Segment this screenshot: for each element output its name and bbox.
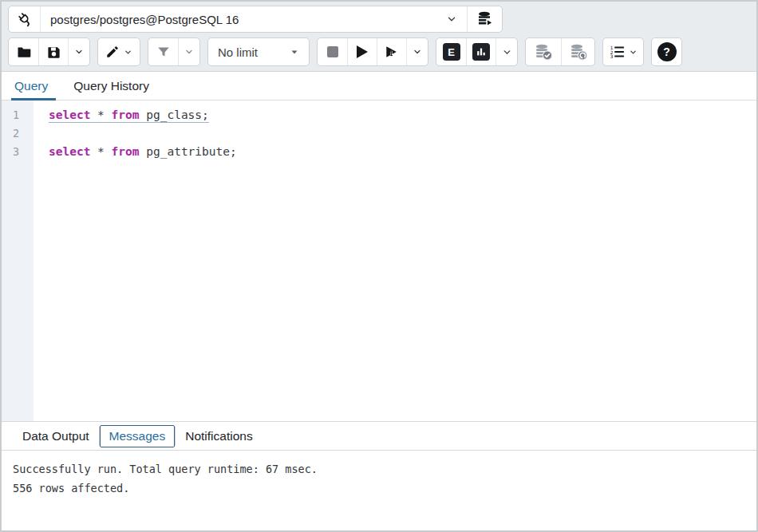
limit-group: No limit [207, 37, 310, 66]
explain-analyze-icon [472, 43, 490, 61]
chevron-down-icon [629, 48, 638, 57]
code-line[interactable]: select * from pg_class; [34, 106, 209, 124]
line-number[interactable]: 2 [2, 124, 34, 143]
tab-query-label: Query [14, 79, 48, 93]
connection-group: postgres/postgres@PostgreSQL 16 [8, 6, 503, 33]
macros-group: 1 2 3 [602, 37, 644, 66]
commit-icon [534, 43, 553, 61]
tab-data-output[interactable]: Data Output [13, 425, 99, 447]
stop-icon [327, 46, 338, 57]
line-number[interactable]: 1 [2, 106, 34, 124]
tab-messages-label: Messages [109, 429, 166, 443]
message-line: Successfully run. Total query runtime: 6… [13, 459, 745, 479]
execute-from-cursor-icon [384, 44, 400, 60]
toolbar: No limit [8, 37, 750, 66]
query-tabbar: Query Query History [2, 72, 756, 100]
transaction-group [525, 37, 595, 66]
macros-list-icon: 1 2 3 [610, 44, 626, 60]
chevron-down-icon [74, 47, 84, 57]
messages-panel: Successfully run. Total query runtime: 6… [2, 451, 756, 530]
chevron-down-icon [124, 48, 132, 57]
chevron-down-icon [413, 47, 422, 57]
commit-button[interactable] [526, 38, 561, 65]
explain-group: E [436, 37, 518, 66]
header: postgres/postgres@PostgreSQL 16 [2, 2, 756, 72]
connection-status-button[interactable] [9, 6, 41, 32]
new-connection-button[interactable] [467, 6, 502, 32]
message-line: 556 rows affected. [13, 479, 745, 498]
code-line[interactable] [34, 124, 49, 143]
row-limit-value: No limit [218, 45, 258, 59]
tab-query[interactable]: Query [13, 72, 49, 100]
open-file-icon [16, 44, 32, 60]
save-icon [46, 45, 61, 60]
row-limit-select[interactable]: No limit [208, 38, 309, 65]
explain-icon: E [443, 43, 460, 61]
file-group [8, 37, 90, 66]
open-file-button[interactable] [9, 38, 38, 65]
svg-text:3: 3 [610, 54, 613, 59]
tab-data-output-label: Data Output [22, 429, 89, 443]
rollback-icon [569, 43, 588, 61]
chevron-down-icon [184, 47, 194, 57]
tab-messages[interactable]: Messages [100, 425, 176, 447]
filter-group [148, 37, 200, 66]
edit-menu-button[interactable] [98, 38, 140, 65]
tab-notifications[interactable]: Notifications [176, 425, 262, 447]
editor-line[interactable]: 3select * from pg_attribute; [2, 143, 756, 161]
explain-analyze-button[interactable] [466, 38, 495, 65]
connection-bar: postgres/postgres@PostgreSQL 16 [8, 6, 750, 33]
filter-icon [156, 45, 171, 59]
rollback-button[interactable] [561, 38, 594, 65]
plug-icon [16, 10, 34, 28]
execute-icon [357, 45, 368, 58]
edit-group [97, 37, 140, 66]
tab-notifications-label: Notifications [185, 429, 252, 443]
caret-down-icon [290, 47, 299, 57]
editor-line[interactable]: 1select * from pg_class; [2, 106, 756, 124]
help-group: ? [651, 37, 682, 66]
code-line[interactable]: select * from pg_attribute; [34, 143, 237, 161]
line-number[interactable]: 3 [2, 143, 34, 161]
connection-select[interactable]: postgres/postgres@PostgreSQL 16 [41, 6, 467, 32]
output-tabbar: Data Output Messages Notifications [2, 421, 756, 451]
execute-button[interactable] [347, 38, 377, 65]
save-options-dropdown[interactable] [68, 38, 89, 65]
save-button[interactable] [38, 38, 68, 65]
stop-button[interactable] [318, 38, 347, 65]
connection-select-value: postgres/postgres@PostgreSQL 16 [50, 13, 239, 26]
sql-editor[interactable]: 1select * from pg_class;23select * from … [2, 100, 756, 421]
chevron-down-icon [502, 47, 512, 57]
edit-pencil-icon [105, 45, 120, 59]
query-tool-window: postgres/postgres@PostgreSQL 16 [0, 0, 758, 532]
execute-group [317, 37, 428, 66]
database-new-icon [476, 10, 494, 28]
tab-query-history-label: Query History [73, 79, 149, 93]
execute-options-dropdown[interactable] [406, 38, 428, 65]
help-icon: ? [657, 42, 677, 61]
filter-options-dropdown[interactable] [178, 38, 199, 65]
help-button[interactable]: ? [652, 38, 681, 65]
editor-lines: 1select * from pg_class;23select * from … [2, 106, 756, 161]
chevron-down-icon [446, 14, 457, 25]
explain-button[interactable]: E [436, 38, 466, 65]
execute-from-cursor-button[interactable] [377, 38, 406, 65]
explain-options-dropdown[interactable] [495, 38, 517, 65]
macros-button[interactable]: 1 2 3 [603, 38, 643, 65]
editor-line[interactable]: 2 [2, 124, 756, 143]
tab-query-history[interactable]: Query History [72, 72, 151, 100]
filter-button[interactable] [148, 38, 178, 65]
